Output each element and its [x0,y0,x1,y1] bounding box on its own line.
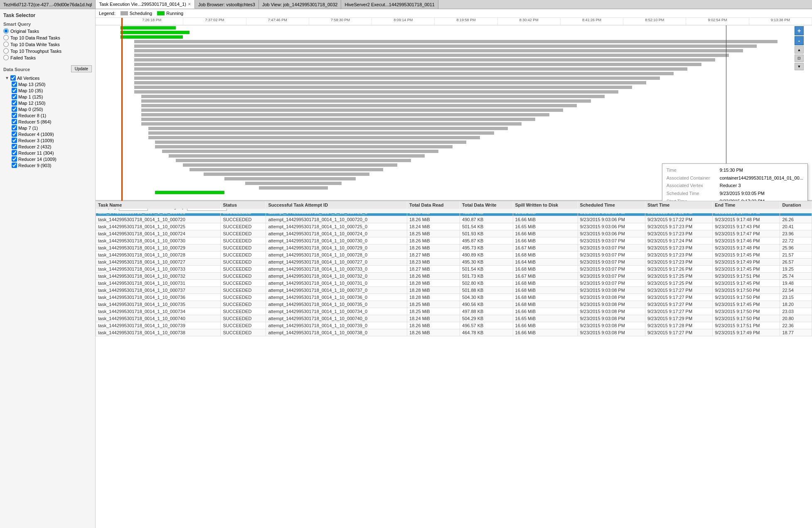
tree-child-9[interactable]: Reducer 3 (1009) [10,138,92,143]
tree-child-checkbox-3[interactable] [12,100,17,106]
cell-17-8: 9/23/2015 9:17:49 PM [713,329,780,336]
radio-top10throughput-input[interactable] [3,48,9,54]
tab-2[interactable]: Task Execution Vie...2995301718_0014_1) … [96,0,195,9]
radio-original-input[interactable] [3,28,9,34]
tab-4[interactable]: Job View: job_1442995301718_0032 [259,0,341,9]
gantt-bar-30 [183,163,397,167]
table-row[interactable]: task_1442995301718_0014_1_10_000724SUCCE… [96,230,812,237]
tree-child-10[interactable]: Reducer 2 (432) [10,144,92,149]
tree-child-2[interactable]: Map 1 (125) [10,94,92,99]
table-container[interactable]: Task NameStatusSuccessful Task Attempt I… [96,200,812,528]
close-icon[interactable]: ✕ [188,2,191,6]
tree-child-checkbox-10[interactable] [12,144,17,149]
tree-child-checkbox-4[interactable] [12,106,17,112]
tree-child-13[interactable]: Reducer 9 (903) [10,163,92,168]
table-row[interactable]: task_1442995301718_0014_1_10_000725SUCCE… [96,223,812,230]
table-row[interactable]: task_1442995301718_0014_1_10_000731SUCCE… [96,280,812,287]
cell-3-9: 23.96 [780,230,812,237]
chart-inner[interactable]: 7:26:18 PM7:37:02 PM7:47:46 PM7:58:30 PM… [96,18,812,201]
tree-child-6[interactable]: Reducer 5 (864) [10,119,92,124]
cell-3-1: SUCCEEDED [221,230,266,237]
cell-6-3: 18.27 MiB [407,252,460,259]
cell-12-9: 23.15 [780,294,812,301]
table-row[interactable]: task_1442995301718_0014_1_10_000730SUCCE… [96,237,812,244]
tab-5[interactable]: HiveServer2 Execut...1442995301718_0011 [341,0,438,9]
radio-top10throughput[interactable]: Top 10 Throughput Tasks [3,48,92,54]
table-row[interactable]: task_1442995301718_0014_1_10_000739SUCCE… [96,322,812,329]
radio-top10read-input[interactable] [3,35,9,40]
fit-button[interactable]: ⊡ [795,54,804,62]
tree-child-checkbox-13[interactable] [12,163,17,168]
running-label: Running [166,11,183,16]
table-row[interactable]: task_1442995301718_0014_1_10_000740SUCCE… [96,315,812,322]
tree-child-4[interactable]: Map 0 (250) [10,106,92,112]
radio-top10write-input[interactable] [3,42,9,47]
table-row[interactable]: task_1442995301718_0014_1_10_000732SUCCE… [96,273,812,280]
zoom-in-button[interactable]: + [795,26,804,35]
cell-7-9: 26.57 [780,259,812,266]
tree-child-checkbox-0[interactable] [12,81,17,87]
time-tick-4: 8:09:14 PM [372,18,435,25]
cell-2-5: 16.65 MiB [513,223,578,230]
tree-child-checkbox-5[interactable] [12,113,17,118]
radio-failed[interactable]: Failed Tasks [3,55,92,60]
gantt-row [121,149,812,153]
cell-9-4: 501.73 KB [460,273,513,280]
cell-17-9: 18.77 [780,329,812,336]
cell-5-0: task_1442995301718_0014_1_10_000729 [96,244,221,252]
table-row[interactable]: task_1442995301718_0014_1_10_000737SUCCE… [96,287,812,294]
cell-12-4: 504.30 KB [460,294,513,301]
tree-child-checkbox-6[interactable] [12,119,17,124]
tooltip-scheduled-row: Scheduled Time 9/23/2015 9:03:05 PM [667,190,803,197]
radio-top10write[interactable]: Top 10 Data Write Tasks [3,42,92,47]
tab-1[interactable]: TezH6d712-T2(ce-427...-09d00e76da1d.hql [0,0,96,9]
tree-root-checkbox[interactable] [10,75,16,81]
tree-child-checkbox-12[interactable] [12,156,17,162]
table-row[interactable]: task_1442995301718_0014_1_10_000727SUCCE… [96,259,812,266]
cell-13-1: SUCCEEDED [221,301,266,308]
table-row[interactable]: task_1442995301718_0014_1_10_000735SUCCE… [96,301,812,308]
cell-6-1: SUCCEEDED [221,252,266,259]
tab-3[interactable]: Job Browser: vstoolbjchtes3 [195,0,259,9]
cell-16-6: 9/23/2015 9:03:08 PM [578,322,645,329]
table-row[interactable]: task_1442995301718_0014_1_10_000738SUCCE… [96,329,812,336]
cell-12-7: 9/23/2015 9:17:27 PM [645,294,712,301]
legend-bar: Legend: Scheduling Running [96,9,812,18]
scroll-down-button[interactable]: ▼ [795,63,804,70]
tree-child-7[interactable]: Map 7 (1) [10,125,92,131]
update-button[interactable]: Update [71,65,92,72]
tooltip-time-value: 9:15:30 PM [720,166,743,174]
table-row[interactable]: task_1442995301718_0014_1_10_000733SUCCE… [96,266,812,273]
cell-9-5: 16.67 MiB [513,273,578,280]
tree-child-label-7: Map 7 (1) [18,126,38,131]
table-row[interactable]: task_1442995301718_0014_1_10_000734SUCCE… [96,308,812,315]
tree-root[interactable]: ▼ All Vertices [3,75,92,81]
gantt-bar-4 [134,44,757,48]
tree-child-8[interactable]: Reducer 4 (1009) [10,131,92,137]
table-row[interactable]: task_1442995301718_0014_1_10_000728SUCCE… [96,252,812,259]
tree-child-checkbox-9[interactable] [12,138,17,143]
tree-child-checkbox-2[interactable] [12,94,17,99]
cell-16-2: attempt_1442995301718_0014_1_10_000739_0 [266,322,407,329]
tree-child-checkbox-11[interactable] [12,150,17,155]
tree-child-1[interactable]: Map 10 (35) [10,88,92,93]
cell-6-8: 9/23/2015 9:17:45 PM [713,252,780,259]
radio-top10read[interactable]: Top 10 Data Read Tasks [3,35,92,40]
tree-child-0[interactable]: Map 13 (250) [10,81,92,87]
time-tick-8: 8:52:10 PM [623,18,686,25]
zoom-out-button[interactable]: - [795,36,804,45]
tree-child-5[interactable]: Reducer 8 (1) [10,113,92,118]
tree-child-checkbox-8[interactable] [12,131,17,137]
tree-child-checkbox-7[interactable] [12,125,17,131]
radio-original-tasks[interactable]: Original Tasks [3,28,92,34]
table-row[interactable]: task_1442995301718_0014_1_10_000729SUCCE… [96,244,812,252]
table-row[interactable]: task_1442995301718_0014_1_10_000720SUCCE… [96,216,812,223]
tree-child-3[interactable]: Map 12 (150) [10,100,92,106]
scroll-up-button[interactable]: ▲ [795,46,804,54]
tree-child-12[interactable]: Reducer 14 (1009) [10,156,92,162]
gantt-row [121,26,812,30]
radio-failed-input[interactable] [3,55,9,60]
table-row[interactable]: task_1442995301718_0014_1_10_000736SUCCE… [96,294,812,301]
tree-child-checkbox-1[interactable] [12,88,17,93]
tree-child-11[interactable]: Reducer 11 (304) [10,150,92,155]
